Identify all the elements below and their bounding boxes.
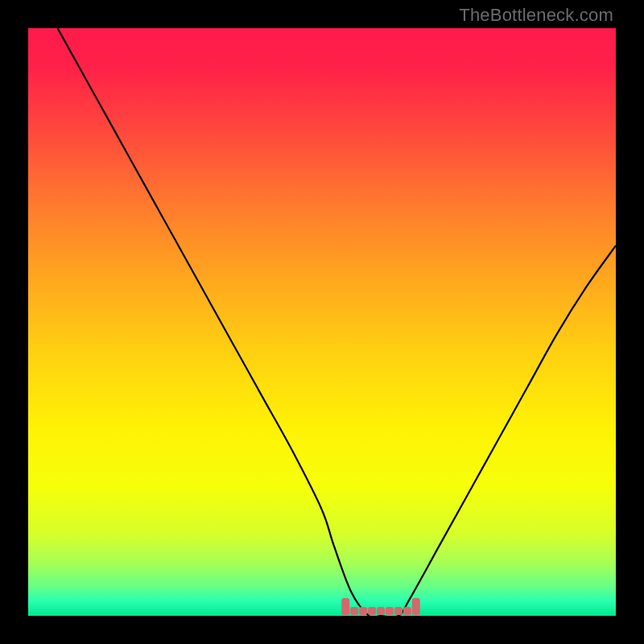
flat-marker <box>359 607 367 615</box>
flat-marker <box>368 607 376 615</box>
chart-frame: TheBottleneck.com <box>0 0 644 644</box>
plot-area <box>28 28 616 616</box>
flat-marker <box>386 607 394 615</box>
flat-marker-end <box>412 598 420 609</box>
watermark-text: TheBottleneck.com <box>459 5 613 26</box>
curve-line <box>58 28 617 616</box>
flat-marker <box>403 607 411 615</box>
flat-marker-end <box>341 598 349 609</box>
flat-marker <box>350 607 358 615</box>
flat-marker <box>377 607 385 615</box>
flat-marker <box>394 607 402 615</box>
bottleneck-curve <box>28 28 616 616</box>
